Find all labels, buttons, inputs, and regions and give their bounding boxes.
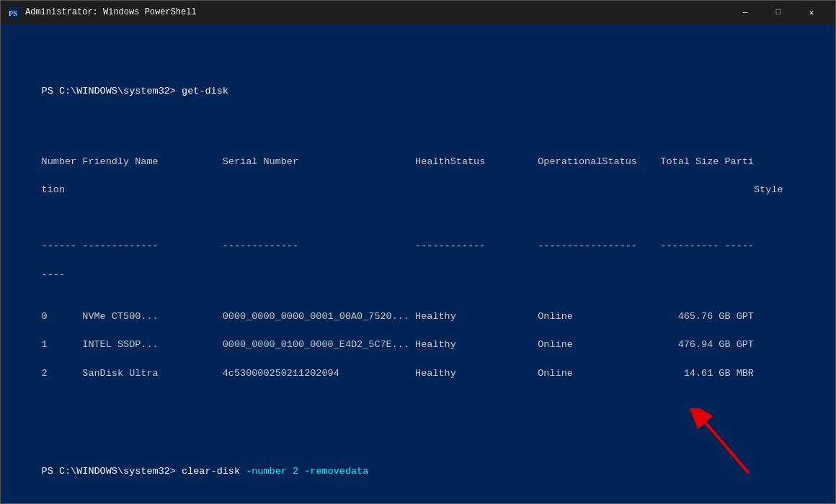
close-button[interactable]: ✕: [795, 1, 828, 24]
maximize-button[interactable]: □: [762, 1, 795, 24]
table-divider-1: ------ ------------- ------------- -----…: [42, 240, 754, 251]
prompt-2: PS C:\WINDOWS\system32>: [42, 466, 182, 477]
minimize-button[interactable]: —: [729, 1, 762, 24]
title-bar: PS Administrator: Windows PowerShell — □…: [1, 1, 835, 24]
prompt-1: PS C:\WINDOWS\system32>: [42, 86, 182, 96]
disk-row-0: 0 NVMe CT500... 0000_0000_0000_0001_00A0…: [42, 311, 754, 322]
window-title: Administrator: Windows PowerShell: [25, 7, 729, 17]
svg-text:PS: PS: [9, 9, 17, 17]
clear-disk-args: -number 2 -removedata: [240, 466, 368, 477]
powershell-window: PS Administrator: Windows PowerShell — □…: [0, 0, 836, 504]
cmd-get-disk: get-disk: [182, 86, 228, 96]
table-header-2: tion Style: [42, 184, 783, 195]
disk-row-1: 1 INTEL SSDP... 0000_0000_0100_0000_E4D2…: [42, 339, 754, 350]
disk-row-2: 2 SanDisk Ultra 4c530000250211202094 Hea…: [42, 368, 754, 379]
cmd-clear-disk: clear-disk: [182, 466, 240, 477]
terminal-output: PS C:\WINDOWS\system32> get-disk Number …: [6, 56, 830, 503]
terminal-area[interactable]: PS C:\WINDOWS\system32> get-disk Number …: [1, 24, 835, 503]
window-controls: — □ ✕: [729, 1, 828, 24]
table-divider-2: ----: [42, 269, 65, 280]
powershell-icon: PS: [8, 6, 19, 18]
table-header-1: Number Friendly Name Serial Number Healt…: [42, 156, 754, 167]
